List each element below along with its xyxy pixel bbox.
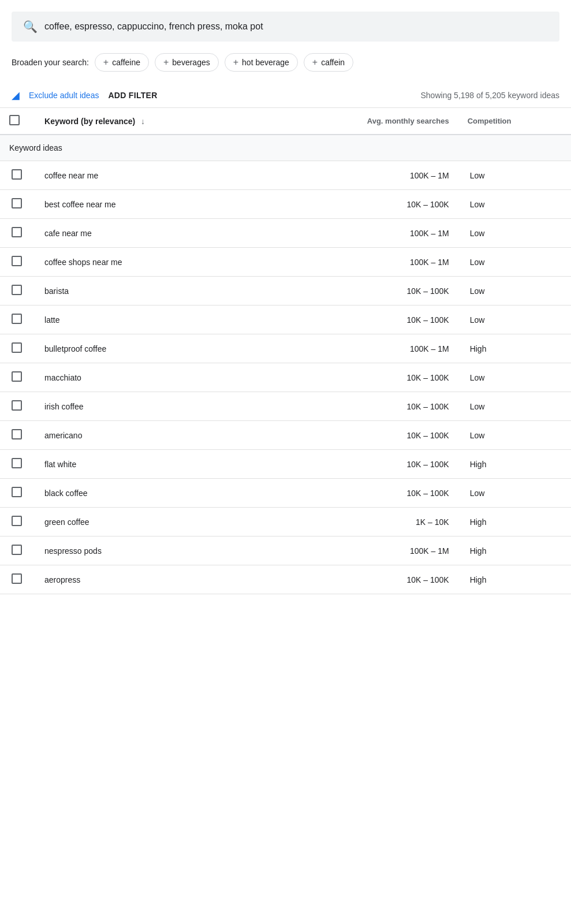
keyword-table: Keyword (by relevance) ↓ Avg. monthly se… [0,108,571,594]
row-checkbox-cell[interactable] [0,421,35,450]
competition-cell: Low [458,479,571,508]
table-header-row: Keyword (by relevance) ↓ Avg. monthly se… [0,108,571,135]
row-checkbox[interactable] [12,256,22,266]
competition-cell: Low [458,161,571,190]
keyword-cell: barista [35,277,261,305]
avg-monthly-cell: 100K – 1M [261,161,458,190]
broaden-chip-hot-beverage[interactable]: + hot beverage [225,53,298,72]
avg-monthly-cell: 10K – 100K [261,305,458,334]
avg-monthly-cell: 100K – 1M [261,219,458,248]
competition-cell: Low [458,363,571,392]
broaden-section: Broaden your search: + caffeine + bevera… [0,42,571,83]
broaden-chip-caffein[interactable]: + caffein [304,53,353,72]
plus-icon-3: + [233,57,238,68]
row-checkbox-cell[interactable] [0,334,35,363]
filter-icon: ◢ [12,89,20,102]
avg-monthly-label: Avg. monthly searches [367,117,449,125]
plus-icon-4: + [312,57,318,68]
row-checkbox[interactable] [12,314,22,324]
avg-monthly-cell: 10K – 100K [261,363,458,392]
table-row: green coffee1K – 10KHigh [0,508,571,536]
row-checkbox[interactable] [12,169,22,180]
keyword-header-label: Keyword (by relevance) [44,117,135,126]
competition-cell: Low [458,421,571,450]
row-checkbox-cell[interactable] [0,479,35,508]
row-checkbox[interactable] [12,516,22,526]
plus-icon-2: + [163,57,169,68]
section-header-label: Keyword ideas [0,135,571,161]
row-checkbox[interactable] [12,429,22,439]
row-checkbox-cell[interactable] [0,363,35,392]
row-checkbox-cell[interactable] [0,392,35,421]
row-checkbox-cell[interactable] [0,161,35,190]
row-checkbox-cell[interactable] [0,450,35,479]
broaden-chip-label-1: caffeine [112,58,140,67]
row-checkbox[interactable] [12,573,22,584]
table-row: black coffee10K – 100KLow [0,479,571,508]
section-header-row: Keyword ideas [0,135,571,161]
competition-cell: High [458,565,571,594]
table-row: latte10K – 100KLow [0,305,571,334]
row-checkbox-cell[interactable] [0,277,35,305]
row-checkbox[interactable] [12,342,22,353]
search-icon: 🔍 [23,20,38,33]
avg-monthly-cell: 10K – 100K [261,190,458,219]
avg-monthly-cell: 10K – 100K [261,479,458,508]
table-row: best coffee near me10K – 100KLow [0,190,571,219]
avg-monthly-cell: 1K – 10K [261,508,458,536]
competition-cell: High [458,450,571,479]
competition-column-header[interactable]: Competition [458,108,571,135]
avg-monthly-cell: 10K – 100K [261,421,458,450]
add-filter-button[interactable]: ADD FILTER [108,91,157,100]
row-checkbox-cell[interactable] [0,219,35,248]
exclude-adult-button[interactable]: Exclude adult ideas [29,91,99,100]
table-row: americano10K – 100KLow [0,421,571,450]
row-checkbox[interactable] [12,198,22,208]
row-checkbox[interactable] [12,371,22,382]
row-checkbox[interactable] [12,227,22,237]
avg-monthly-column-header[interactable]: Avg. monthly searches [261,108,458,135]
table-row: cafe near me100K – 1MLow [0,219,571,248]
plus-icon-1: + [103,57,109,68]
table-row: macchiato10K – 100KLow [0,363,571,392]
search-bar: 🔍 coffee, espresso, cappuccino, french p… [12,12,559,42]
sort-arrow-icon: ↓ [141,117,145,126]
keyword-cell: cafe near me [35,219,261,248]
row-checkbox-cell[interactable] [0,248,35,277]
keyword-cell: flat white [35,450,261,479]
keyword-cell: nespresso pods [35,536,261,565]
showing-text: Showing 5,198 of 5,205 keyword ideas [421,91,560,100]
row-checkbox[interactable] [12,458,22,468]
broaden-chip-label-2: beverages [172,58,210,67]
broaden-label: Broaden your search: [12,58,89,67]
broaden-chip-caffeine[interactable]: + caffeine [95,53,149,72]
keyword-cell: coffee near me [35,161,261,190]
competition-cell: High [458,334,571,363]
header-checkbox-cell[interactable] [0,108,35,135]
competition-cell: High [458,536,571,565]
table-row: irish coffee10K – 100KLow [0,392,571,421]
header-checkbox[interactable] [9,115,20,125]
row-checkbox[interactable] [12,487,22,497]
row-checkbox-cell[interactable] [0,305,35,334]
avg-monthly-cell: 100K – 1M [261,248,458,277]
row-checkbox-cell[interactable] [0,565,35,594]
keyword-cell: macchiato [35,363,261,392]
avg-monthly-cell: 100K – 1M [261,334,458,363]
row-checkbox-cell[interactable] [0,190,35,219]
broaden-chip-beverages[interactable]: + beverages [155,53,219,72]
row-checkbox[interactable] [12,285,22,295]
keyword-column-header[interactable]: Keyword (by relevance) ↓ [35,108,261,135]
avg-monthly-cell: 10K – 100K [261,565,458,594]
row-checkbox-cell[interactable] [0,536,35,565]
keyword-cell: irish coffee [35,392,261,421]
row-checkbox-cell[interactable] [0,508,35,536]
competition-cell: Low [458,219,571,248]
competition-cell: High [458,508,571,536]
avg-monthly-cell: 100K – 1M [261,536,458,565]
competition-cell: Low [458,248,571,277]
row-checkbox[interactable] [12,400,22,411]
avg-monthly-cell: 10K – 100K [261,450,458,479]
competition-cell: Low [458,392,571,421]
row-checkbox[interactable] [12,545,22,555]
